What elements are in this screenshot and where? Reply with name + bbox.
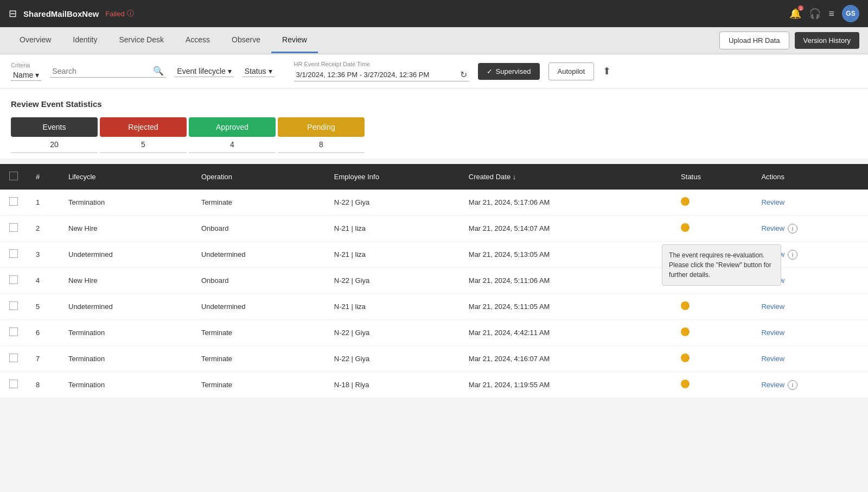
col-actions: Actions — [752, 164, 868, 190]
row-lifecycle: New Hire — [60, 268, 193, 294]
supervised-check-icon: ✓ — [487, 67, 493, 75]
status-dot — [681, 301, 690, 310]
events-table: # Lifecycle Operation Employee Info Crea… — [0, 164, 868, 398]
row-checkbox[interactable] — [9, 197, 18, 206]
table-row: 8TerminationTerminateN-18 | RiyaMar 21, … — [0, 372, 868, 398]
row-operation: Terminate — [193, 346, 326, 372]
search-icon: 🔍 — [153, 66, 164, 76]
stat-approved-label[interactable]: Approved — [189, 117, 276, 137]
row-created-date: Mar 21, 2024, 5:11:06 AM — [460, 268, 672, 294]
headset-icon[interactable]: 🎧 — [809, 8, 821, 20]
version-history-button[interactable]: Version History — [795, 32, 859, 49]
stats-title: Review Event Statistics — [11, 99, 857, 109]
criteria-select[interactable]: Name ▾ — [11, 70, 41, 81]
row-actions: Review — [752, 294, 868, 320]
nav-left: Overview Identity Service Desk Access Ob… — [9, 28, 318, 53]
row-operation: Onboard — [193, 216, 326, 242]
autopilot-button[interactable]: Autopilot — [548, 62, 595, 80]
row-employee: N-21 | liza — [326, 216, 460, 242]
col-lifecycle: Lifecycle — [60, 164, 193, 190]
review-link[interactable]: Review — [761, 198, 784, 206]
search-wrapper: 🔍 — [50, 65, 166, 78]
status-value: Status — [245, 67, 266, 75]
lifecycle-select[interactable]: Event lifecycle ▾ — [175, 66, 233, 77]
notification-bell[interactable]: 🔔 1 — [789, 8, 801, 20]
row-checkbox-cell — [0, 372, 27, 398]
row-checkbox[interactable] — [9, 249, 18, 258]
actions-cell: Review — [761, 329, 859, 337]
row-num: 5 — [27, 294, 60, 320]
row-operation: Terminate — [193, 372, 326, 398]
info-icon[interactable]: i — [788, 380, 797, 390]
status-group: Status ▾ — [242, 66, 275, 77]
export-icon[interactable]: ⬆ — [603, 65, 611, 77]
table-row: 3UndeterminedUndeterminedN-21 | lizaMar … — [0, 242, 868, 268]
row-operation: Undetermined — [193, 242, 326, 268]
review-link[interactable]: Review — [761, 329, 784, 337]
header-checkbox[interactable] — [9, 172, 18, 180]
row-checkbox[interactable] — [9, 327, 18, 336]
row-employee: N-18 | Riya — [326, 372, 460, 398]
row-checkbox[interactable] — [9, 380, 18, 388]
table-header-row: # Lifecycle Operation Employee Info Crea… — [0, 164, 868, 190]
stats-section: Review Event Statistics Events 20 Reject… — [0, 89, 868, 159]
top-bar-right: 🔔 1 🎧 ≡ GS — [789, 5, 859, 22]
info-icon[interactable]: i — [788, 224, 797, 234]
row-checkbox[interactable] — [9, 301, 18, 310]
row-actions: Review — [752, 190, 868, 216]
search-group: 🔍 — [50, 65, 166, 78]
table-row: 7TerminationTerminateN-22 | GiyaMar 21, … — [0, 346, 868, 372]
row-status — [672, 190, 752, 216]
date-range-field[interactable] — [296, 71, 454, 79]
row-operation: Terminate — [193, 320, 326, 346]
row-lifecycle: Undetermined — [60, 294, 193, 320]
nav-review[interactable]: Review — [271, 28, 318, 53]
row-status — [672, 216, 752, 242]
stat-card-approved: Approved 4 — [189, 117, 276, 153]
avatar[interactable]: GS — [842, 5, 859, 22]
row-checkbox[interactable] — [9, 275, 18, 284]
review-link[interactable]: Review — [761, 224, 784, 232]
row-lifecycle: Termination — [60, 372, 193, 398]
upload-hr-button[interactable]: Upload HR Data — [719, 31, 789, 49]
row-checkbox-cell — [0, 294, 27, 320]
row-checkbox[interactable] — [9, 223, 18, 232]
row-num: 8 — [27, 372, 60, 398]
row-checkbox[interactable] — [9, 354, 18, 362]
nav-overview[interactable]: Overview — [9, 28, 62, 53]
row-operation: Onboard — [193, 268, 326, 294]
row-employee: N-22 | Giya — [326, 268, 460, 294]
nav-service-desk[interactable]: Service Desk — [108, 28, 175, 53]
date-range-group: HR Event Receipt Date Time ↻ — [294, 61, 469, 81]
failed-icon: ⓘ — [127, 9, 134, 18]
col-num: # — [27, 164, 60, 190]
nav-access[interactable]: Access — [175, 28, 221, 53]
review-link[interactable]: Review — [761, 302, 784, 311]
row-operation: Undetermined — [193, 294, 326, 320]
search-input[interactable] — [52, 67, 150, 75]
stat-pending-label[interactable]: Pending — [278, 117, 365, 137]
stat-rejected-value: 5 — [100, 137, 187, 153]
stat-rejected-label[interactable]: Rejected — [100, 117, 187, 137]
refresh-icon[interactable]: ↻ — [460, 70, 467, 80]
info-icon[interactable]: i — [788, 250, 797, 260]
review-link[interactable]: Review — [761, 381, 784, 389]
supervised-button[interactable]: ✓ Supervised — [478, 63, 540, 80]
row-num: 3 — [27, 242, 60, 268]
row-created-date: Mar 21, 2024, 5:17:06 AM — [460, 190, 672, 216]
status-dot — [681, 197, 690, 206]
stack-icon[interactable]: ≡ — [828, 8, 834, 20]
status-select[interactable]: Status ▾ — [242, 66, 275, 77]
stat-card-events: Events 20 — [11, 117, 98, 153]
stat-events-label[interactable]: Events — [11, 117, 98, 137]
nav-identity[interactable]: Identity — [62, 28, 108, 53]
nav-observe[interactable]: Observe — [221, 28, 271, 53]
review-link[interactable]: Review — [761, 355, 784, 363]
supervised-label: Supervised — [496, 67, 531, 75]
row-employee: N-22 | Giya — [326, 346, 460, 372]
col-status: Status — [672, 164, 752, 190]
col-created[interactable]: Created Date ↓ — [460, 164, 672, 190]
row-actions: Review — [752, 346, 868, 372]
row-lifecycle: Undetermined — [60, 242, 193, 268]
actions-cell: Review — [761, 355, 859, 363]
